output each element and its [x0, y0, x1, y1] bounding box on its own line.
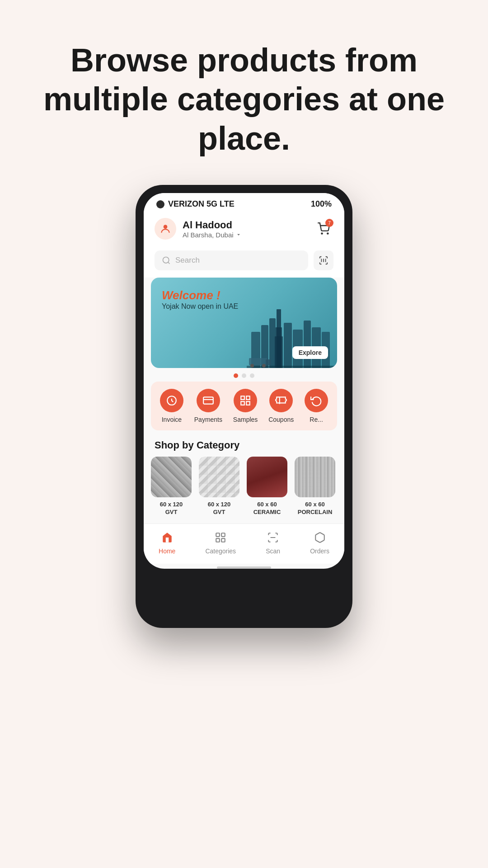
nav-item-categories[interactable]: Categories	[205, 530, 236, 555]
svg-rect-16	[304, 321, 311, 368]
category-label-2: 60 x 60CERAMIC	[253, 501, 281, 516]
banner-text: Welcome ! Yojak Now open in UAE	[162, 288, 238, 311]
header-left: Al Hadood Al Barsha, Dubai	[155, 218, 242, 240]
status-bar: VERIZON 5G LTE 100%	[144, 193, 344, 212]
tile-ceramic-pattern	[247, 457, 287, 497]
dot-2[interactable]	[242, 373, 246, 378]
nav-label-orders: Orders	[310, 547, 329, 555]
payments-icon	[202, 395, 214, 406]
user-location[interactable]: Al Barsha, Dubai	[183, 231, 242, 239]
category-item-0[interactable]: 60 x 120GVT	[151, 457, 192, 516]
dot-1[interactable]	[234, 373, 238, 378]
nav-item-orders[interactable]: Orders	[310, 530, 329, 555]
quick-actions: Invoice Payments Samples	[151, 382, 337, 430]
nav-item-scan[interactable]: Scan	[266, 530, 280, 555]
svg-rect-32	[216, 533, 220, 537]
barcode-scan-button[interactable]	[314, 250, 333, 270]
category-thumb-1	[199, 457, 239, 497]
search-bar: Search	[144, 247, 344, 278]
banner-welcome: Welcome !	[162, 288, 238, 302]
scan-icon-wrap	[266, 530, 280, 545]
home-icon-wrap	[160, 530, 174, 545]
carrier-text: VERIZON 5G LTE	[168, 199, 235, 209]
scan-nav-icon	[267, 532, 279, 543]
category-item-2[interactable]: 60 x 60CERAMIC	[247, 457, 287, 516]
invoice-icon-wrap	[160, 389, 183, 412]
svg-rect-34	[216, 538, 220, 542]
banner-subtitle: Yojak Now open in UAE	[162, 302, 238, 311]
payments-label: Payments	[194, 416, 222, 423]
cart-badge: 7	[325, 219, 333, 227]
explore-button[interactable]: Explore	[292, 346, 328, 359]
banner-dots	[144, 373, 344, 378]
tile-gvt1-pattern	[151, 457, 192, 497]
orders-icon	[314, 532, 326, 543]
orders-icon-wrap	[313, 530, 327, 545]
svg-rect-19	[247, 366, 337, 368]
svg-rect-25	[203, 397, 213, 404]
category-scroll: 60 x 120GVT 60 x 120GVT 60 x 60CERAMIC	[144, 457, 344, 524]
svg-point-23	[262, 364, 266, 368]
app-header: Al Hadood Al Barsha, Dubai 7	[144, 212, 344, 247]
phone-screen: VERIZON 5G LTE 100% Al Hadood Al Barsha,…	[144, 193, 344, 569]
coupons-label: Coupons	[268, 416, 294, 423]
svg-point-2	[327, 233, 328, 234]
section-title-category: Shop by Category	[144, 438, 344, 457]
bottom-navigation: Home Categories Scan	[144, 524, 344, 564]
svg-rect-29	[241, 401, 244, 405]
svg-point-0	[164, 225, 168, 229]
reorder-icon-wrap	[305, 389, 328, 412]
invoice-label: Invoice	[162, 416, 182, 423]
category-thumb-3	[295, 457, 335, 497]
home-icon	[161, 532, 173, 543]
nav-label-home: Home	[159, 547, 175, 555]
svg-rect-14	[284, 323, 292, 368]
search-placeholder: Search	[175, 256, 200, 265]
hero-headline: Browse products from multiple categories…	[0, 0, 488, 185]
quick-action-samples[interactable]: Samples	[233, 389, 258, 423]
quick-action-reorder[interactable]: Re...	[305, 389, 328, 423]
quick-action-payments[interactable]: Payments	[194, 389, 222, 423]
svg-point-22	[250, 364, 254, 368]
category-item-1[interactable]: 60 x 120GVT	[199, 457, 239, 516]
svg-point-3	[163, 257, 169, 263]
svg-rect-13	[275, 336, 283, 368]
quick-action-invoice[interactable]: Invoice	[160, 389, 183, 423]
coupons-icon	[275, 395, 287, 406]
category-thumb-2	[247, 457, 287, 497]
samples-label: Samples	[233, 416, 258, 423]
svg-rect-27	[241, 396, 244, 400]
nav-item-home[interactable]: Home	[159, 530, 175, 555]
username: Al Hadood	[183, 219, 242, 231]
search-input[interactable]: Search	[155, 250, 308, 270]
phone-mockup: VERIZON 5G LTE 100% Al Hadood Al Barsha,…	[136, 185, 352, 628]
nav-label-scan: Scan	[266, 547, 280, 555]
categories-icon-wrap	[213, 530, 228, 545]
reorder-icon	[310, 395, 322, 406]
invoice-icon	[166, 395, 178, 406]
barcode-scan-icon	[319, 255, 328, 265]
status-carrier: VERIZON 5G LTE	[156, 199, 235, 209]
category-thumb-0	[151, 457, 192, 497]
svg-rect-30	[246, 401, 250, 405]
tile-gvt2-pattern	[199, 457, 239, 497]
chevron-down-icon	[235, 231, 242, 238]
category-label-0: 60 x 120GVT	[160, 501, 183, 516]
quick-action-coupons[interactable]: Coupons	[268, 389, 294, 423]
cart-button[interactable]: 7	[314, 219, 333, 239]
svg-rect-21	[266, 359, 271, 365]
user-info: Al Hadood Al Barsha, Dubai	[183, 219, 242, 239]
search-icon	[162, 256, 171, 265]
category-label-3: 60 x 60PORCELAIN	[298, 501, 333, 516]
dot-3[interactable]	[250, 373, 254, 378]
nav-label-categories: Categories	[205, 547, 236, 555]
battery-text: 100%	[311, 199, 332, 209]
category-label-1: 60 x 120GVT	[208, 501, 231, 516]
category-item-3[interactable]: 60 x 60PORCELAIN	[295, 457, 335, 516]
promo-banner[interactable]: Welcome ! Yojak Now open in UAE	[151, 278, 337, 368]
avatar[interactable]	[155, 218, 176, 240]
svg-rect-33	[221, 533, 225, 537]
shop-by-category-section: Shop by Category 60 x 120GVT 60 x 120GVT	[144, 438, 344, 524]
samples-icon-wrap	[234, 389, 257, 412]
svg-rect-35	[221, 538, 225, 542]
